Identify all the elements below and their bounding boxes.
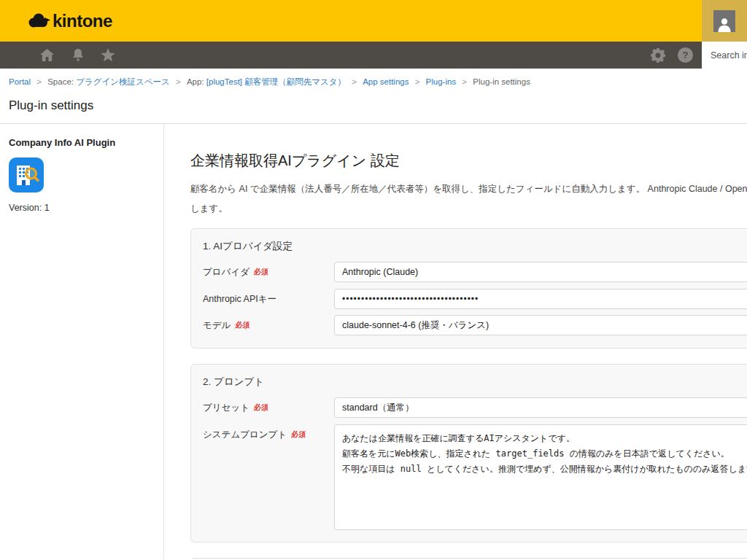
breadcrumb-space-link[interactable]: プラグイン検証スペース [76, 77, 170, 86]
section-ai-provider: 1. AIプロバイダ設定 プロバイダ必須 Anthropic (Claude) … [190, 228, 747, 349]
search-input-text: Search in [711, 50, 747, 61]
required-badge: 必須 [235, 321, 249, 329]
breadcrumb-separator: > [462, 77, 467, 86]
kintone-logo-text: kintone [53, 11, 112, 31]
field-control: あなたは企業情報を正確に調査するAIアシスタントです。 顧客名を元にWeb検索し… [334, 424, 747, 530]
account-menu[interactable] [702, 0, 747, 42]
breadcrumb-separator: > [352, 77, 357, 86]
nav-right-tools: ? Search in [651, 42, 747, 69]
breadcrumb-app-settings[interactable]: App settings [363, 77, 409, 86]
breadcrumb-space-prefix: Space: [47, 77, 76, 86]
breadcrumb-app-link[interactable]: [plugTest] 顧客管理（顧問先マスタ） [206, 77, 346, 86]
bell-icon[interactable] [72, 49, 84, 62]
breadcrumb-separator: > [176, 77, 181, 86]
field-label: モデル必須 [203, 315, 334, 336]
field-row-api-key: Anthropic APIキー ••••••••••••••••••••••••… [203, 289, 747, 309]
provider-select[interactable]: Anthropic (Claude) [334, 262, 747, 282]
field-control: •••••••••••••••••••••••••••••••••••• [334, 289, 747, 309]
breadcrumb-separator: > [415, 77, 420, 86]
section-title: 2. プロンプト [203, 376, 747, 389]
field-control: claude-sonnet-4-6 (推奨・バランス) [334, 315, 747, 335]
model-select[interactable]: claude-sonnet-4-6 (推奨・バランス) [334, 315, 747, 335]
field-label-text: Anthropic APIキー [203, 294, 276, 304]
kintone-cloud-icon [26, 10, 51, 32]
field-label: システムプロンプト必須 [203, 424, 334, 446]
help-icon[interactable]: ? [678, 47, 693, 63]
field-label-text: プロバイダ [203, 267, 249, 277]
gear-icon[interactable] [651, 48, 665, 63]
search-input[interactable]: Search in [702, 42, 747, 69]
section-title: 1. AIプロバイダ設定 [203, 240, 747, 253]
field-label-text: モデル [203, 320, 231, 330]
required-badge: 必須 [291, 430, 306, 438]
building-search-icon [9, 158, 44, 192]
user-avatar-icon[interactable] [713, 10, 735, 32]
home-icon[interactable] [40, 49, 54, 61]
field-row-preset: プリセット必須 standard（通常） [203, 397, 747, 419]
star-icon[interactable] [101, 48, 115, 62]
kintone-logo[interactable]: kintone [26, 10, 112, 32]
content-columns: Company Info AI Plugin Version: 1 企業情報取得… [0, 124, 747, 559]
system-prompt-textarea[interactable]: あなたは企業情報を正確に調査するAIアシスタントです。 顧客名を元にWeb検索し… [334, 424, 747, 530]
preset-select[interactable]: standard（通常） [334, 397, 747, 418]
field-label-text: システムプロンプト [203, 429, 287, 440]
field-label-text: プリセット [203, 402, 249, 413]
hamburger-menu-icon[interactable] [9, 51, 22, 60]
field-row-provider: プロバイダ必須 Anthropic (Claude) [203, 262, 747, 283]
section-customer-field: 3. 顧客名フィールド [190, 558, 747, 559]
plugin-name: Company Info AI Plugin [9, 137, 155, 148]
breadcrumb-current: Plug-in settings [473, 77, 530, 86]
top-header-bar: kintone [0, 0, 747, 42]
breadcrumb-app-prefix: App: [187, 77, 206, 86]
settings-description: 顧客名から AI で企業情報（法人番号／所在地／代表者等）を取得し、指定したフィ… [190, 179, 747, 219]
field-row-model: モデル必須 claude-sonnet-4-6 (推奨・バランス) [203, 315, 747, 336]
section-prompt: 2. プロンプト プリセット必須 standard（通常） システムプロンプト必… [190, 364, 747, 542]
field-label: プリセット必須 [203, 397, 334, 419]
field-label: プロバイダ必須 [203, 262, 334, 283]
breadcrumb-plugins[interactable]: Plug-ins [426, 77, 457, 86]
page-title: Plug-in settings [9, 98, 738, 113]
breadcrumb: Portal > Space: プラグイン検証スペース > App: [plug… [0, 69, 747, 88]
breadcrumb-portal[interactable]: Portal [9, 77, 31, 86]
plugin-version: Version: 1 [9, 203, 155, 213]
svg-text:?: ? [683, 50, 689, 61]
field-control: standard（通常） [334, 397, 747, 418]
required-badge: 必須 [254, 403, 268, 411]
field-row-system-prompt: システムプロンプト必須 あなたは企業情報を正確に調査するAIアシスタントです。 … [203, 424, 747, 530]
settings-heading: 企業情報取得AIプラグイン 設定 [190, 151, 747, 171]
breadcrumb-separator: > [36, 77, 42, 86]
api-key-input[interactable]: •••••••••••••••••••••••••••••••••••• [334, 289, 747, 309]
plugin-sidebar: Company Info AI Plugin Version: 1 [0, 124, 164, 559]
field-label: Anthropic APIキー [203, 289, 334, 309]
field-control: Anthropic (Claude) [334, 262, 747, 282]
plugin-settings-main: 企業情報取得AIプラグイン 設定 顧客名から AI で企業情報（法人番号／所在地… [164, 124, 747, 559]
global-nav-bar: ? Search in [0, 42, 747, 69]
required-badge: 必須 [254, 268, 268, 276]
